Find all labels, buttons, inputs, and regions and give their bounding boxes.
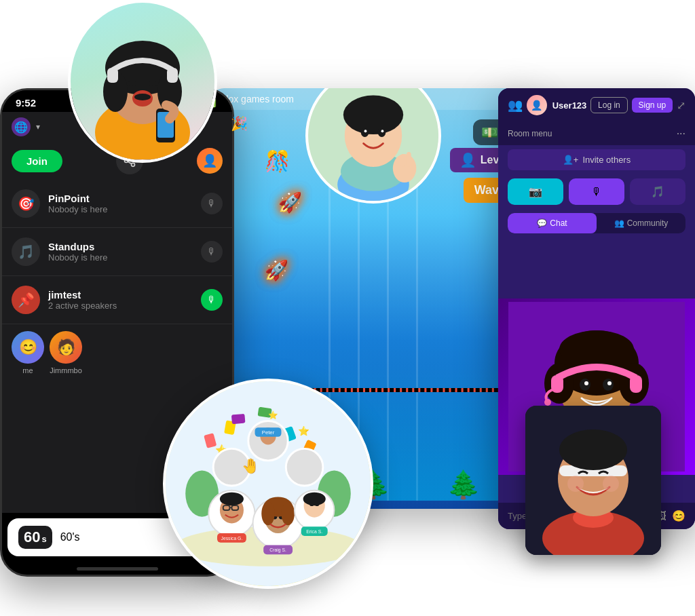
standups-mic-icon[interactable]: 🎙: [201, 241, 223, 263]
svg-point-8: [148, 81, 157, 86]
active-user-me: 😊 me: [12, 331, 44, 374]
music-badge-unit: s: [41, 534, 46, 544]
people-icon: 👥: [508, 98, 523, 113]
music-button[interactable]: 🎵: [630, 178, 685, 205]
svg-text:Peter: Peter: [262, 429, 275, 436]
svg-rect-53: [231, 414, 246, 424]
svg-text:🤚: 🤚: [242, 457, 260, 475]
chat-tab-label: Chat: [550, 218, 567, 228]
room-menu-dots[interactable]: ···: [677, 128, 685, 140]
desktop-header: 👥 👤 User123 Log in Sign up ⤢: [498, 88, 695, 122]
woman-headphones-illustration: [75, 3, 210, 159]
community-icon: 👥: [614, 218, 624, 228]
svg-point-99: [559, 429, 627, 470]
invite-label: Invite others: [582, 155, 631, 165]
svg-point-46: [607, 381, 612, 385]
svg-point-73: [220, 493, 244, 505]
avatar-me-label: me: [22, 366, 33, 374]
active-users-section: 😊 me 🧑 Jimmmbo: [2, 324, 232, 381]
pinpoint-channel-status: Nobody is here: [48, 204, 193, 214]
user-avatar: 👤: [197, 148, 223, 174]
svg-point-101: [603, 476, 619, 492]
person-photo-topleft: [68, 0, 217, 163]
desktop-user-avatar: 👤: [527, 95, 547, 115]
svg-point-26: [364, 130, 367, 132]
svg-rect-29: [400, 154, 405, 167]
music-badge: 60 s: [18, 526, 52, 549]
standups-channel-icon: 🎵: [12, 237, 40, 266]
standups-channel-info: Standups Nobody is here: [48, 241, 193, 263]
svg-point-24: [361, 128, 369, 136]
level-icon: 👤: [459, 152, 476, 168]
svg-point-82: [281, 501, 294, 525]
person-add-icon: 👤+: [563, 155, 579, 165]
tree-3: 🌲: [447, 469, 481, 501]
pinpoint-channel-name: PinPoint: [48, 193, 193, 204]
login-button[interactable]: Log in: [590, 97, 628, 113]
classroom-circle: ⭐ ⭐ ⭐ Peter: [163, 379, 373, 589]
channel-item-standups[interactable]: 🎵 Standups Nobody is here 🎙: [2, 228, 232, 276]
phone-home-bar: [77, 567, 158, 571]
svg-point-89: [303, 493, 326, 505]
jimtest-channel-icon: 📌: [12, 286, 40, 314]
confetti-1: 🎊: [265, 149, 290, 173]
svg-point-10: [134, 94, 151, 100]
room-menu-bar: Room menu ···: [498, 122, 695, 145]
svg-text:⭐: ⭐: [268, 410, 278, 420]
standups-channel-status: Nobody is here: [48, 252, 193, 263]
svg-point-15: [131, 163, 134, 166]
svg-rect-30: [407, 152, 411, 167]
mic-button[interactable]: 🎙: [569, 178, 624, 205]
jimtest-mic-icon[interactable]: 🎙: [201, 289, 223, 311]
expand-icon[interactable]: ⤢: [677, 99, 685, 112]
active-user-jimmmbo: 🧑 Jimmmbo: [50, 331, 82, 374]
pinpoint-channel-icon: 🎯: [12, 189, 40, 218]
community-tab-label: Community: [627, 218, 669, 228]
avatar-jimmmbo-label: Jimmmbo: [50, 366, 82, 374]
header-chevron-icon: ▾: [36, 122, 40, 132]
desktop-user-area: 👤 User123: [527, 95, 587, 115]
classroom-illustration: ⭐ ⭐ ⭐ Peter: [166, 379, 371, 589]
desktop-header-left: 👥: [508, 98, 523, 113]
channel-item-pinpoint[interactable]: 🎯 PinPoint Nobody is here 🎙: [2, 180, 232, 228]
jimtest-channel-name: jimtest: [48, 289, 193, 301]
confetti-2: 🎉: [231, 115, 248, 132]
svg-point-25: [378, 128, 386, 136]
music-badge-num: 60: [24, 528, 40, 546]
channel-item-jimtest[interactable]: 📌 jimtest 2 active speakers 🎙: [2, 276, 232, 324]
tab-community[interactable]: 👥 Community: [597, 213, 685, 233]
pinpoint-channel-info: PinPoint Nobody is here: [48, 193, 193, 214]
svg-point-7: [128, 81, 137, 86]
headband-guy-card: [525, 406, 661, 555]
media-controls: 📷 🎙 🎵: [498, 174, 695, 209]
svg-text:Craig S.: Craig S.: [269, 547, 286, 553]
signup-button[interactable]: Sign up: [632, 98, 673, 113]
headband-guy-illustration: [525, 406, 661, 555]
emoji-icon[interactable]: 😊: [672, 509, 685, 522]
svg-text:Erica S.: Erica S.: [306, 529, 322, 534]
svg-point-23: [343, 95, 403, 134]
classroom-inner: ⭐ ⭐ ⭐ Peter: [166, 381, 371, 586]
svg-point-27: [381, 130, 384, 132]
avatar-me-circle: 😊: [12, 331, 44, 364]
pinpoint-mic-icon[interactable]: 🎙: [201, 193, 223, 214]
svg-point-45: [584, 381, 588, 385]
tab-chat[interactable]: 💬 Chat: [508, 213, 597, 233]
status-time: 9:52: [16, 97, 36, 109]
room-menu-label: Room menu: [508, 129, 552, 138]
camera-button[interactable]: 📷: [508, 178, 563, 205]
svg-text:⭐: ⭐: [298, 425, 310, 437]
desktop-username: User123: [552, 100, 587, 111]
music-title: 60's: [60, 531, 183, 543]
svg-text:Jessica G.: Jessica G.: [221, 536, 243, 541]
invite-others-button[interactable]: 👤+ Invite others: [508, 149, 685, 170]
join-button[interactable]: Join: [12, 150, 62, 172]
chat-icon: 💬: [537, 218, 547, 228]
app-logo: 🌐: [12, 117, 31, 136]
jimtest-channel-info: jimtest 2 active speakers: [48, 289, 193, 311]
scene: 9:52 ▲ WiFi 🔋 🌐 ▾ Join: [0, 0, 695, 616]
money-icon: 💵: [481, 124, 498, 140]
svg-point-100: [567, 476, 584, 492]
svg-point-42: [544, 399, 551, 406]
svg-point-62: [286, 448, 323, 486]
